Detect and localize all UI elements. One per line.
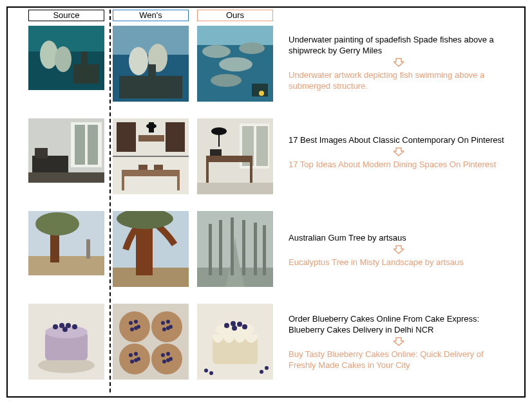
svg-point-88 bbox=[161, 321, 165, 325]
svg-rect-49 bbox=[218, 131, 220, 147]
svg-rect-37 bbox=[177, 176, 180, 190]
svg-point-114 bbox=[265, 366, 269, 370]
svg-rect-52 bbox=[28, 256, 104, 275]
svg-point-101 bbox=[162, 360, 166, 363]
svg-rect-11 bbox=[148, 64, 156, 80]
thumb-source-3 bbox=[28, 211, 104, 275]
svg-point-110 bbox=[232, 326, 237, 331]
transformed-caption-1: Underwater artwork depicting fish swimmi… bbox=[289, 70, 509, 92]
svg-rect-22 bbox=[75, 125, 85, 165]
svg-rect-50 bbox=[197, 183, 273, 194]
arrow-icon bbox=[289, 147, 509, 158]
thumb-wen-3 bbox=[113, 211, 189, 287]
captions-1: Underwater painting of spadefish Spade f… bbox=[289, 35, 509, 92]
svg-rect-39 bbox=[154, 165, 163, 170]
svg-point-15 bbox=[219, 57, 252, 71]
svg-rect-36 bbox=[122, 176, 124, 190]
svg-point-19 bbox=[259, 91, 264, 96]
thumb-wen-1 bbox=[113, 26, 189, 102]
svg-point-76 bbox=[72, 324, 77, 329]
arrow-icon bbox=[289, 337, 509, 348]
svg-rect-44 bbox=[206, 156, 252, 162]
original-caption-3: Australian Gum Tree by artsaus bbox=[289, 233, 509, 244]
thumb-source-4 bbox=[28, 304, 104, 380]
svg-point-107 bbox=[231, 321, 236, 326]
svg-point-89 bbox=[166, 320, 170, 324]
thumb-ours-1 bbox=[197, 26, 273, 102]
original-caption-1: Underwater painting of spadefish Spade f… bbox=[289, 35, 509, 57]
thumb-ours-4 bbox=[197, 304, 273, 380]
svg-point-83 bbox=[129, 321, 133, 325]
separator-line bbox=[109, 10, 111, 392]
svg-point-111 bbox=[204, 369, 208, 372]
svg-point-2 bbox=[40, 41, 58, 69]
transformed-caption-4: Buy Tasty Blueberry Cakes Online: Quick … bbox=[289, 349, 509, 371]
svg-rect-25 bbox=[35, 148, 48, 158]
svg-rect-5 bbox=[81, 51, 88, 68]
svg-point-32 bbox=[146, 124, 157, 129]
svg-rect-29 bbox=[166, 122, 185, 152]
svg-point-97 bbox=[134, 358, 138, 362]
header-source: Source bbox=[28, 10, 104, 21]
svg-rect-38 bbox=[138, 165, 147, 170]
svg-rect-47 bbox=[210, 149, 222, 156]
svg-point-109 bbox=[242, 324, 247, 329]
svg-point-16 bbox=[239, 42, 265, 54]
thumb-ours-2 bbox=[197, 118, 273, 194]
original-caption-2: 17 Best Images About Classic Contemporar… bbox=[289, 135, 509, 146]
svg-point-91 bbox=[162, 327, 166, 331]
thumb-ours-3 bbox=[197, 211, 273, 287]
svg-rect-24 bbox=[32, 156, 68, 175]
svg-rect-46 bbox=[250, 162, 252, 184]
captions-2: 17 Best Images About Classic Contemporar… bbox=[289, 135, 509, 170]
svg-point-84 bbox=[134, 320, 138, 324]
svg-point-8 bbox=[129, 47, 148, 75]
svg-rect-26 bbox=[28, 172, 104, 183]
header-wen: Wen's bbox=[113, 10, 189, 21]
svg-point-86 bbox=[130, 327, 134, 331]
svg-point-102 bbox=[166, 358, 170, 362]
captions-4: Order Blueberry Cakes Online From Cake E… bbox=[289, 314, 509, 371]
svg-rect-33 bbox=[113, 156, 189, 157]
svg-rect-13 bbox=[197, 26, 273, 45]
thumb-wen-2 bbox=[113, 118, 189, 194]
figure-content: Source Wen's Ours bbox=[8, 8, 524, 396]
arrow-icon bbox=[289, 58, 509, 69]
svg-rect-23 bbox=[88, 125, 98, 165]
svg-point-87 bbox=[134, 326, 138, 330]
original-caption-4: Order Blueberry Cakes Online From Cake E… bbox=[289, 314, 509, 336]
svg-point-73 bbox=[53, 324, 58, 329]
svg-point-106 bbox=[224, 323, 229, 328]
thumb-source-1 bbox=[28, 26, 104, 90]
svg-point-54 bbox=[35, 212, 79, 235]
svg-rect-43 bbox=[256, 126, 268, 166]
svg-point-99 bbox=[166, 352, 170, 356]
arrow-icon bbox=[289, 245, 509, 256]
transformed-caption-2: 17 Top Ideas About Modern Dining Spaces … bbox=[289, 160, 509, 170]
svg-rect-30 bbox=[138, 135, 164, 142]
svg-point-17 bbox=[211, 74, 242, 87]
captions-3: Australian Gum Tree by artsaus Eucalyptu… bbox=[289, 233, 509, 268]
svg-rect-35 bbox=[122, 170, 180, 176]
svg-point-112 bbox=[209, 371, 213, 375]
svg-point-113 bbox=[260, 370, 263, 374]
svg-point-77 bbox=[62, 327, 68, 332]
svg-point-98 bbox=[161, 353, 165, 357]
svg-rect-28 bbox=[117, 122, 136, 152]
svg-point-3 bbox=[55, 46, 71, 72]
svg-rect-45 bbox=[206, 162, 209, 184]
svg-point-14 bbox=[202, 45, 231, 58]
svg-rect-55 bbox=[86, 239, 90, 259]
thumb-wen-4 bbox=[113, 304, 189, 380]
transformed-caption-3: Eucalyptus Tree in Misty Landscape by ar… bbox=[289, 257, 509, 268]
svg-point-93 bbox=[129, 353, 133, 357]
svg-point-92 bbox=[166, 326, 170, 330]
svg-rect-68 bbox=[197, 211, 273, 287]
svg-point-96 bbox=[130, 360, 134, 363]
svg-point-94 bbox=[134, 352, 138, 356]
thumb-source-2 bbox=[28, 118, 104, 183]
svg-point-108 bbox=[237, 322, 242, 327]
header-ours: Ours bbox=[197, 10, 273, 21]
